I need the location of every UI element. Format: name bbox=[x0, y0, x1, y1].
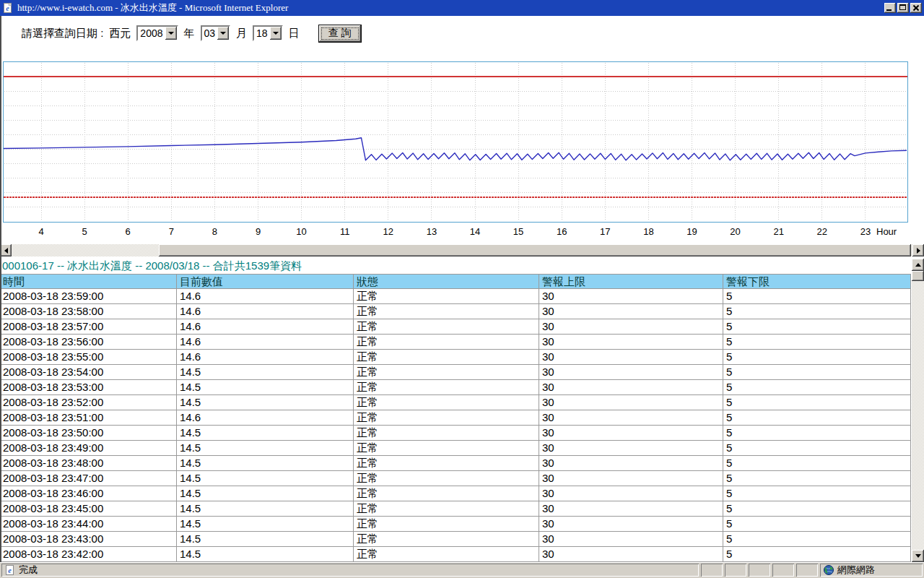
table-cell: 2008-03-18 23:43:00 bbox=[0, 532, 177, 546]
table-cell: 5 bbox=[723, 335, 911, 349]
query-submit-button[interactable]: 查詢 bbox=[318, 25, 362, 43]
table-cell: 正常 bbox=[354, 304, 539, 319]
table-row: 2008-03-18 23:52:0014.5正常305 bbox=[0, 395, 911, 410]
vertical-scrollbar-thumb[interactable] bbox=[912, 271, 924, 281]
year-select[interactable]: 2008 bbox=[136, 25, 178, 41]
table-cell: 2008-03-18 23:42:00 bbox=[0, 547, 177, 561]
table-cell: 5 bbox=[723, 486, 911, 501]
table-row: 2008-03-18 23:56:0014.6正常305 bbox=[0, 335, 911, 350]
status-pane-empty bbox=[725, 564, 746, 577]
era-label: 西元 bbox=[109, 27, 131, 40]
status-pane-empty bbox=[701, 564, 723, 577]
day-select-arrow[interactable] bbox=[270, 27, 282, 40]
close-icon bbox=[912, 4, 920, 11]
year-select-arrow[interactable] bbox=[165, 27, 177, 40]
table-cell: 正常 bbox=[354, 350, 539, 364]
chevron-down-icon bbox=[168, 32, 174, 35]
table-cell: 14.5 bbox=[177, 380, 354, 394]
zone-label: 網際網路 bbox=[837, 564, 875, 577]
table-cell: 14.5 bbox=[177, 471, 354, 486]
table-cell: 30 bbox=[539, 335, 723, 349]
scroll-up-button[interactable] bbox=[912, 259, 924, 271]
table-body: 2008-03-18 23:59:0014.6正常3052008-03-18 2… bbox=[0, 289, 911, 562]
day-select-value: 18 bbox=[254, 27, 270, 40]
table-cell: 正常 bbox=[354, 471, 539, 486]
table-cell: 正常 bbox=[354, 289, 539, 303]
table-cell: 正常 bbox=[354, 486, 539, 501]
table-row: 2008-03-18 23:53:0014.5正常305 bbox=[0, 380, 911, 395]
table-cell: 14.5 bbox=[177, 456, 354, 470]
month-select-arrow[interactable] bbox=[217, 27, 229, 40]
x-tick-label: 5 bbox=[74, 226, 95, 237]
svg-text:e: e bbox=[8, 566, 12, 574]
x-tick-label: 16 bbox=[551, 226, 572, 237]
x-tick-label: 22 bbox=[811, 226, 833, 237]
table-cell: 14.6 bbox=[177, 410, 354, 425]
table-cell: 14.5 bbox=[177, 441, 354, 455]
table-vertical-scrollbar[interactable] bbox=[912, 259, 924, 562]
scroll-left-button[interactable] bbox=[0, 244, 12, 256]
table-row: 2008-03-18 23:48:0014.5正常305 bbox=[0, 456, 911, 471]
horizontal-scrollbar-track[interactable] bbox=[12, 244, 912, 256]
table-cell: 30 bbox=[539, 547, 723, 561]
table-cell: 正常 bbox=[354, 456, 539, 470]
table-cell: 正常 bbox=[354, 441, 539, 455]
table-cell: 30 bbox=[539, 501, 723, 516]
status-text: 完成 bbox=[19, 564, 38, 577]
table-cell: 正常 bbox=[354, 532, 539, 546]
page-content: 請選擇查詢日期 : 西元 2008 年 03 月 18 日 查詢 Hour bbox=[0, 16, 924, 562]
scroll-right-button[interactable] bbox=[912, 244, 924, 256]
table-cell: 14.6 bbox=[177, 319, 354, 334]
month-select[interactable]: 03 bbox=[201, 25, 231, 41]
scroll-down-button[interactable] bbox=[912, 550, 924, 562]
x-axis-unit-label: Hour bbox=[876, 226, 912, 237]
table-cell: 14.6 bbox=[177, 350, 354, 364]
arrow-right-icon bbox=[917, 248, 920, 254]
table-row: 2008-03-18 23:46:0014.5正常305 bbox=[0, 486, 911, 501]
column-header: 警報下限 bbox=[723, 275, 911, 288]
window-title: http://www.i-ewatch.com - 冰水出水溫度 - Micro… bbox=[17, 1, 288, 14]
table-cell: 14.6 bbox=[177, 289, 354, 303]
x-tick-label: 21 bbox=[768, 226, 790, 237]
table-cell: 30 bbox=[539, 395, 723, 410]
table-cell: 2008-03-18 23:49:00 bbox=[0, 441, 177, 455]
column-header: 時間 bbox=[0, 275, 177, 288]
status-pane-zone: 網際網路 bbox=[820, 564, 923, 577]
x-tick-label: 14 bbox=[464, 226, 486, 237]
table-cell: 2008-03-18 23:55:00 bbox=[0, 350, 177, 364]
horizontal-scrollbar-thumb[interactable] bbox=[159, 244, 911, 256]
x-tick-label: 19 bbox=[681, 226, 703, 237]
svg-text:e: e bbox=[6, 4, 9, 12]
table-cell: 5 bbox=[723, 456, 911, 470]
browser-window: e http://www.i-ewatch.com - 冰水出水溫度 - Mic… bbox=[0, 0, 924, 578]
table-cell: 正常 bbox=[354, 426, 539, 440]
minimize-button[interactable] bbox=[884, 3, 896, 13]
table-cell: 2008-03-18 23:59:00 bbox=[0, 289, 177, 303]
table-cell: 14.5 bbox=[177, 547, 354, 561]
table-cell: 30 bbox=[539, 304, 723, 319]
table-cell: 2008-03-18 23:57:00 bbox=[0, 319, 177, 334]
table-cell: 正常 bbox=[354, 501, 539, 516]
table-row: 2008-03-18 23:42:0014.5正常305 bbox=[0, 547, 911, 562]
x-tick-label: 10 bbox=[291, 226, 313, 237]
chart-x-axis: Hour 4567891011121314151617181920212223 bbox=[0, 226, 924, 241]
table-row: 2008-03-18 23:45:0014.5正常305 bbox=[0, 501, 911, 517]
chevron-down-icon bbox=[220, 32, 226, 35]
table-cell: 14.5 bbox=[177, 426, 354, 440]
x-tick-label: 20 bbox=[725, 226, 746, 237]
title-bar[interactable]: e http://www.i-ewatch.com - 冰水出水溫度 - Mic… bbox=[0, 0, 924, 16]
maximize-button[interactable] bbox=[897, 3, 909, 13]
chart-horizontal-scrollbar[interactable] bbox=[0, 244, 924, 256]
status-pane-empty bbox=[796, 564, 818, 577]
day-select[interactable]: 18 bbox=[253, 25, 283, 41]
vertical-scrollbar-track[interactable] bbox=[912, 271, 924, 550]
column-header: 目前數值 bbox=[177, 275, 354, 288]
query-form: 請選擇查詢日期 : 西元 2008 年 03 月 18 日 查詢 bbox=[22, 22, 362, 44]
table-cell: 14.5 bbox=[177, 486, 354, 501]
table-cell: 14.6 bbox=[177, 304, 354, 319]
table-row: 2008-03-18 23:59:0014.6正常305 bbox=[0, 289, 911, 304]
table-cell: 2008-03-18 23:50:00 bbox=[0, 426, 177, 440]
table-cell: 正常 bbox=[354, 547, 539, 561]
table-cell: 5 bbox=[723, 319, 911, 334]
close-button[interactable] bbox=[910, 3, 922, 13]
